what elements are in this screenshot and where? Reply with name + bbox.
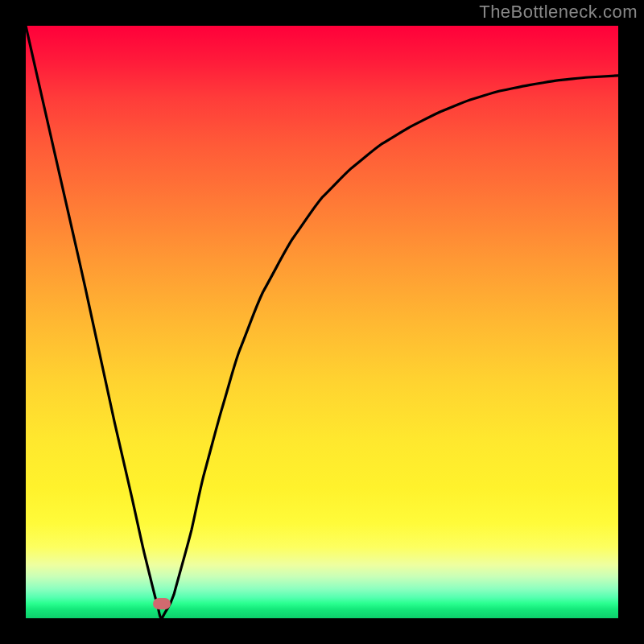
plot-area: [26, 26, 618, 618]
bottleneck-curve: [26, 26, 618, 618]
curve-layer: [26, 26, 618, 618]
chart-frame: TheBottleneck.com: [0, 0, 644, 644]
optimum-marker: [153, 598, 171, 609]
attribution-label: TheBottleneck.com: [479, 2, 638, 23]
